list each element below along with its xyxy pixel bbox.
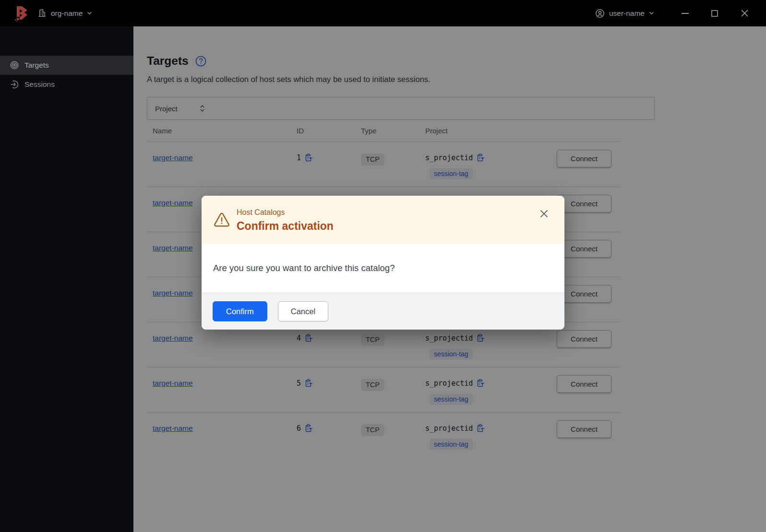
dialog-header: Host Catalogs Confirm activation xyxy=(202,196,564,244)
titlebar: org-name user-name xyxy=(0,0,766,26)
dialog-context-label: Host Catalogs xyxy=(237,208,334,217)
account-circle-icon xyxy=(595,9,605,18)
alert-triangle-icon xyxy=(213,212,230,229)
user-name-label: user-name xyxy=(609,9,645,18)
dialog-message: Are you sure you want to archive this ca… xyxy=(202,244,564,293)
close-icon xyxy=(741,10,748,17)
minimize-icon xyxy=(682,13,689,14)
session-arrow-icon xyxy=(10,80,19,89)
user-menu[interactable]: user-name xyxy=(595,9,654,18)
building-icon xyxy=(37,9,47,18)
close-icon xyxy=(540,210,548,218)
chevron-down-icon xyxy=(87,12,92,15)
sidebar: Targets Sessions xyxy=(0,26,133,532)
window-close-button[interactable] xyxy=(735,4,754,23)
dialog-close-button[interactable] xyxy=(538,207,550,220)
org-name-label: org-name xyxy=(51,9,83,18)
window-maximize-button[interactable] xyxy=(705,4,724,23)
window-minimize-button[interactable] xyxy=(675,4,694,23)
dialog-title: Confirm activation xyxy=(237,220,334,233)
confirm-dialog: Host Catalogs Confirm activation Are you… xyxy=(202,196,564,330)
cancel-button[interactable]: Cancel xyxy=(278,301,328,321)
maximize-icon xyxy=(711,10,718,17)
sidebar-item-sessions[interactable]: Sessions xyxy=(0,75,133,94)
sidebar-item-targets[interactable]: Targets xyxy=(0,56,133,75)
sidebar-item-label: Sessions xyxy=(24,80,55,89)
dialog-footer: Confirm Cancel xyxy=(202,293,564,330)
chevron-down-icon xyxy=(649,12,654,15)
target-bullseye-icon xyxy=(10,61,19,70)
confirm-button[interactable]: Confirm xyxy=(213,301,267,321)
boundary-logo-icon xyxy=(13,5,29,22)
org-switcher[interactable]: org-name xyxy=(37,9,92,18)
sidebar-item-label: Targets xyxy=(24,61,49,70)
